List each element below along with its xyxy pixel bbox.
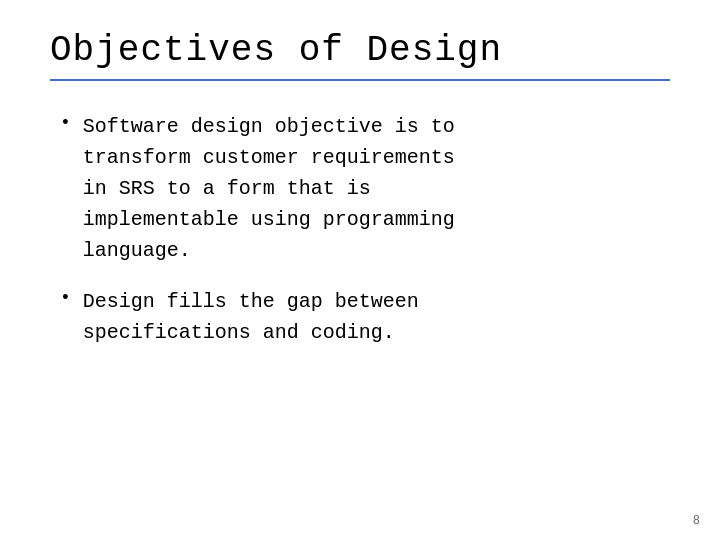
bullet-item-1: • Software design objective is to transf… (60, 111, 670, 266)
title-area: Objectives of Design (50, 30, 670, 101)
title-divider (50, 79, 670, 81)
bullet-text-2: Design fills the gap between specificati… (83, 286, 419, 348)
content-area: • Software design objective is to transf… (50, 111, 670, 520)
bullet-dot-2: • (60, 288, 71, 308)
slide-number: 8 (693, 514, 700, 528)
bullet-dot-1: • (60, 113, 71, 133)
bullet-text-1: Software design objective is to transfor… (83, 111, 455, 266)
bullet-item-2: • Design fills the gap between specifica… (60, 286, 670, 348)
slide: Objectives of Design • Software design o… (0, 0, 720, 540)
slide-title: Objectives of Design (50, 30, 670, 71)
